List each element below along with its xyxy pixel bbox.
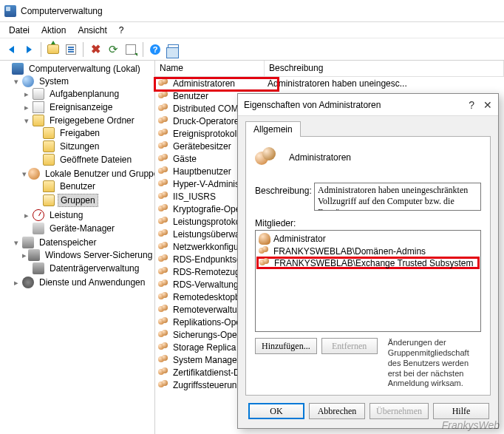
tree-groups[interactable]: Gruppen <box>33 194 154 207</box>
tab-general[interactable]: Allgemein <box>245 121 301 137</box>
window-title: Computerverwaltung <box>21 6 103 16</box>
group-name: Administratoren <box>173 78 268 89</box>
back-button[interactable] <box>3 41 19 58</box>
group-icon <box>158 367 170 379</box>
member-row[interactable]: Administrator <box>257 232 479 245</box>
tree-device-manager[interactable]: Geräte-Manager <box>22 223 154 234</box>
tree-storage[interactable]: ▾Datenspeicher <box>12 237 154 248</box>
tree-pane[interactable]: Computerverwaltung (Lokal) ▾System ▸Aufg… <box>0 61 155 434</box>
up-folder-icon <box>47 44 59 54</box>
window-toggle-icon <box>168 44 179 54</box>
group-icon <box>259 257 271 269</box>
up-button[interactable] <box>45 41 61 58</box>
dialog-help-button[interactable]: ? <box>469 99 474 111</box>
tree-sessions[interactable]: Sitzungen <box>33 140 154 152</box>
group-icon <box>158 153 170 165</box>
tab-strip: Allgemein <box>245 121 491 136</box>
member-name: FRANKYSWEBLAB\Domänen-Admins <box>273 246 426 257</box>
openfiles-icon <box>43 154 55 166</box>
shares-icon <box>33 115 44 126</box>
group-icon <box>158 291 170 303</box>
folder-open-icon <box>43 194 55 206</box>
sessions-icon <box>43 140 55 152</box>
tab-content: Administratoren Beschreibung: Mitglieder… <box>245 136 491 396</box>
shares-icon <box>43 127 55 139</box>
mgmt-icon <box>12 63 24 75</box>
refresh-button[interactable]: ⟳ <box>105 41 121 58</box>
group-icon <box>158 216 170 228</box>
title-bar: Computerverwaltung <box>0 0 504 22</box>
member-row[interactable]: FRANKYSWEBLAB\Exchange Trusted Subsystem <box>256 257 480 269</box>
tree-local-users[interactable]: ▾Lokale Benutzer und Gruppen <box>22 168 154 180</box>
properties-dialog: Eigenschaften von Administratoren ? ✕ Al… <box>237 93 499 429</box>
users-group-icon <box>28 168 40 180</box>
help-button[interactable]: ? <box>147 41 163 58</box>
member-row[interactable]: FRANKYSWEBLAB\Domänen-Admins <box>257 245 479 257</box>
folder-icon <box>43 180 55 192</box>
disk-icon <box>33 262 44 274</box>
storage-icon <box>22 237 34 248</box>
tree-shared-folders[interactable]: ▾Freigegebene Ordner <box>22 115 154 126</box>
help-dialog-button[interactable]: Hilfe <box>433 403 489 419</box>
menu-view[interactable]: Ansicht <box>72 24 112 37</box>
group-icon <box>158 191 170 203</box>
list-header: Name Beschreibung <box>155 61 504 77</box>
members-list[interactable]: AdministratorFRANKYSWEBLAB\Domänen-Admin… <box>255 230 481 332</box>
refresh-icon: ⟳ <box>109 43 118 56</box>
event-icon <box>33 101 44 113</box>
group-icon <box>158 254 170 265</box>
add-button[interactable]: Hinzufügen... <box>255 338 317 354</box>
tree-shares[interactable]: Freigaben <box>33 127 154 139</box>
toolbar: ✖ ⟳ ? <box>0 38 504 61</box>
menu-help[interactable]: ? <box>113 24 130 37</box>
arrow-left-icon <box>9 46 14 53</box>
tree-root[interactable]: Computerverwaltung (Lokal) <box>1 63 154 75</box>
remove-button[interactable]: Entfernen <box>321 338 378 354</box>
menu-file[interactable]: Datei <box>3 24 35 37</box>
close-icon[interactable]: ✕ <box>483 99 492 111</box>
tree-event-viewer[interactable]: ▸Ereignisanzeige <box>22 101 154 113</box>
ok-button[interactable]: OK <box>248 403 304 419</box>
tree-performance[interactable]: ▸Leistung <box>22 209 154 221</box>
group-icon <box>158 342 170 353</box>
tree-system[interactable]: ▾System <box>12 75 154 87</box>
forward-button[interactable] <box>21 41 37 58</box>
dialog-title-bar[interactable]: Eigenschaften von Administratoren ? ✕ <box>238 94 498 116</box>
dialog-body: Allgemein Administratoren Beschreibung: … <box>238 116 498 428</box>
task-icon <box>33 88 44 100</box>
toolbar-separator <box>143 42 143 57</box>
member-name: FRANKYSWEBLAB\Exchange Trusted Subsystem <box>274 258 473 268</box>
arrow-right-icon <box>27 46 32 53</box>
properties-icon <box>66 44 76 55</box>
description-input[interactable] <box>314 183 481 211</box>
app-icon <box>4 5 16 17</box>
group-icon <box>158 266 170 278</box>
delete-button[interactable]: ✖ <box>87 41 103 58</box>
group-icon <box>158 241 170 253</box>
apply-button[interactable]: Übernehmen <box>370 403 429 419</box>
toolbar-separator <box>41 42 41 57</box>
show-hide-button[interactable] <box>165 41 181 58</box>
services-icon <box>22 277 34 288</box>
group-icon <box>158 203 170 215</box>
tree-services[interactable]: ▸Dienste und Anwendungen <box>12 277 154 288</box>
col-desc[interactable]: Beschreibung <box>265 61 504 76</box>
group-icon <box>158 379 170 391</box>
cancel-button[interactable]: Abbrechen <box>309 403 365 419</box>
properties-button[interactable] <box>63 41 79 58</box>
group-icon <box>158 90 170 102</box>
tree-task-scheduler[interactable]: ▸Aufgabenplanung <box>22 88 154 100</box>
group-row[interactable]: AdministratorenAdministratoren haben une… <box>155 77 504 89</box>
col-name[interactable]: Name <box>155 61 265 76</box>
group-icon <box>259 245 270 257</box>
tree-open-files[interactable]: Geöffnete Dateien <box>33 154 154 166</box>
menu-action[interactable]: Aktion <box>35 24 72 37</box>
device-icon <box>33 223 44 234</box>
tree-users[interactable]: Benutzer <box>33 180 154 192</box>
backup-icon <box>28 249 40 261</box>
export-button[interactable] <box>123 41 139 58</box>
group-icon <box>158 304 170 316</box>
tree-disk-mgmt[interactable]: Datenträgerverwaltung <box>22 262 154 274</box>
group-icon <box>158 103 170 115</box>
tree-server-backup[interactable]: ▸Windows Server-Sicherung <box>22 249 154 261</box>
